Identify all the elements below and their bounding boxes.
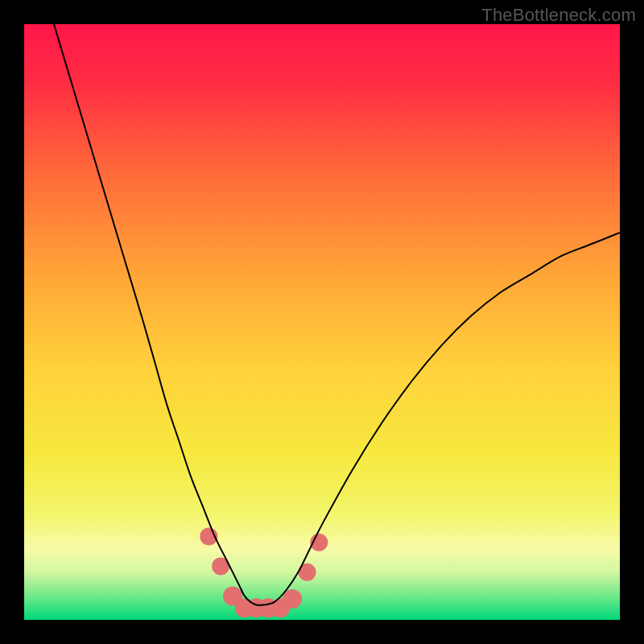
chart-svg	[24, 24, 620, 620]
plot-area	[24, 24, 620, 620]
watermark-text: TheBottleneck.com	[481, 5, 636, 26]
gradient-background	[24, 24, 620, 620]
chart-container: TheBottleneck.com	[0, 0, 644, 644]
